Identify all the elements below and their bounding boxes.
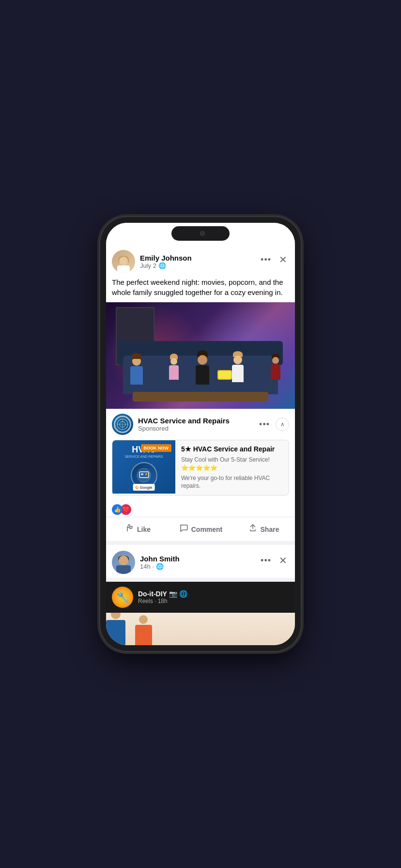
comment-action-icon: [179, 523, 188, 535]
google-icon: G: [136, 485, 139, 490]
person2-head: [170, 358, 177, 365]
john-figure: [115, 555, 132, 574]
more-options-john[interactable]: •••: [259, 554, 273, 568]
avatar-body: [117, 265, 130, 273]
share-action-icon: [248, 523, 258, 535]
reel-icons: 📷 🌐: [169, 590, 187, 598]
person-3: [196, 350, 209, 385]
love-icon: ❤️: [123, 506, 130, 513]
post-john: John Smith 14h · 🌐 ••• ✕: [106, 545, 295, 578]
ad-header-left: HVAC Service and Repairs Sponsored: [112, 414, 230, 435]
post-header-john: John Smith 14h · 🌐 ••• ✕: [106, 545, 295, 578]
close-post-john[interactable]: ✕: [277, 553, 289, 568]
person1-hair: [132, 353, 141, 359]
ad-card[interactable]: BOOK NOW HVAC SERVICE AND REPAIRS: [112, 440, 289, 496]
john-head: [119, 556, 128, 565]
post-user-row-john: John Smith 14h · 🌐: [112, 551, 180, 574]
person5-body: [271, 364, 280, 380]
person3-head: [198, 355, 207, 365]
ad-google-badge: G Google: [133, 484, 155, 491]
reel-meta: Reels · 18h: [138, 598, 289, 604]
reel-person2: [135, 625, 152, 645]
ad-header-actions: ••• ∧: [257, 418, 289, 432]
post-actions-john: ••• ✕: [259, 551, 289, 568]
ad-expand-btn[interactable]: ∧: [276, 418, 289, 431]
reel-avatar[interactable]: 🔧: [112, 587, 133, 608]
close-post-emily[interactable]: ✕: [277, 252, 289, 267]
like-action-icon: [124, 523, 134, 535]
like-button[interactable]: Like: [106, 519, 169, 539]
google-label: Google: [140, 485, 153, 490]
person-5: [271, 354, 280, 380]
ad-book-now[interactable]: BOOK NOW: [141, 444, 172, 452]
john-body: [116, 565, 131, 574]
post-text-emily: The perfect weekend night: movies, popco…: [106, 277, 295, 302]
privacy-icon-emily: 🌐: [158, 262, 166, 269]
post-date-emily: July 2: [140, 262, 156, 269]
reel-bar[interactable]: 🔧 Do-it-DIY 📷 🌐 Reels · 18h: [106, 582, 295, 613]
post-image-emily: [106, 302, 295, 409]
post-action-bar: Like Comment: [106, 517, 295, 541]
post-username-john[interactable]: John Smith: [140, 555, 180, 563]
post-emily: Emily Johnson July 2 🌐 ••• ✕ The perfect…: [106, 244, 295, 541]
post-username-emily[interactable]: Emily Johnson: [140, 254, 192, 262]
svg-rect-6: [141, 473, 143, 475]
reaction-like: 👍: [112, 504, 123, 515]
post-user-info-john: John Smith 14h · 🌐: [140, 555, 180, 570]
ad-card-title: 5★ HVAC Service and Repair: [181, 445, 283, 453]
status-bar: [106, 223, 295, 244]
reel-preview-bg: [106, 613, 295, 645]
comment-button[interactable]: Comment: [169, 519, 232, 539]
reel-info: Do-it-DIY 📷 🌐 Reels · 18h: [138, 590, 289, 604]
post-user-row: Emily Johnson July 2 🌐: [112, 250, 192, 273]
more-options-emily[interactable]: •••: [259, 253, 273, 267]
person-4: [232, 351, 244, 382]
svg-point-7: [145, 473, 147, 475]
ad-sponsored: Sponsored: [138, 425, 230, 432]
reaction-icons: 👍 ❤️: [112, 504, 131, 515]
ad-header: HVAC Service and Repairs Sponsored ••• ∧: [106, 409, 295, 440]
ad-more-options[interactable]: •••: [257, 418, 272, 432]
post-meta-john-text: 14h · 🌐: [140, 563, 164, 570]
family-movie-scene: [106, 302, 295, 409]
post-user-info: Emily Johnson July 2 🌐: [140, 254, 192, 269]
person-1: [130, 353, 143, 385]
front-camera: [200, 231, 205, 236]
person-2: [169, 354, 179, 380]
ad-name[interactable]: HVAC Service and Repairs: [138, 417, 230, 425]
reel-preview: [106, 613, 295, 645]
popcorn-bowl: [217, 370, 232, 380]
ad-info: HVAC Service and Repairs Sponsored: [138, 417, 230, 432]
ad-card-desc-2: We're your go-to for reliable HVAC repai…: [181, 474, 283, 491]
avatar-emily[interactable]: [112, 250, 135, 273]
post-actions-emily: ••• ✕: [259, 250, 289, 267]
person3-body: [196, 365, 209, 385]
share-label: Share: [261, 526, 279, 533]
ad-card-content: 5★ HVAC Service and Repair Stay Cool wit…: [175, 440, 289, 495]
comment-label: Comment: [191, 526, 223, 533]
ad-logo-hvac[interactable]: [112, 414, 133, 435]
post-reactions: 👍 ❤️: [106, 500, 295, 517]
ad-section: HVAC Service and Repairs Sponsored ••• ∧…: [106, 409, 295, 541]
post-meta-emily: July 2 🌐: [140, 262, 192, 269]
ad-hvac-sub: SERVICE AND REPAIRS: [124, 455, 163, 458]
ad-card-desc-1: Stay Cool with Our 5-Star Service! ⭐⭐⭐⭐⭐: [181, 456, 283, 472]
scene-table: [133, 392, 268, 402]
reel-channel-name: Do-it-DIY 📷 🌐: [138, 590, 289, 598]
share-button[interactable]: Share: [232, 519, 295, 539]
avatar-john[interactable]: [112, 551, 135, 574]
avatar-head: [119, 257, 128, 265]
person2-body: [169, 365, 179, 380]
ad-logo-circle: [114, 416, 131, 433]
person4-body: [232, 365, 244, 382]
notch: [171, 226, 230, 241]
person1-body: [130, 366, 143, 385]
feed-container[interactable]: Emily Johnson July 2 🌐 ••• ✕ The perfect…: [106, 244, 295, 645]
ad-card-image: BOOK NOW HVAC SERVICE AND REPAIRS: [112, 440, 175, 494]
like-label: Like: [137, 526, 151, 533]
reel-person1: [106, 620, 125, 645]
post-header-emily: Emily Johnson July 2 🌐 ••• ✕: [106, 244, 295, 277]
person5-head: [272, 357, 279, 364]
reel-people: [106, 620, 152, 645]
phone-frame: Emily Johnson July 2 🌐 ••• ✕ The perfect…: [100, 217, 301, 651]
